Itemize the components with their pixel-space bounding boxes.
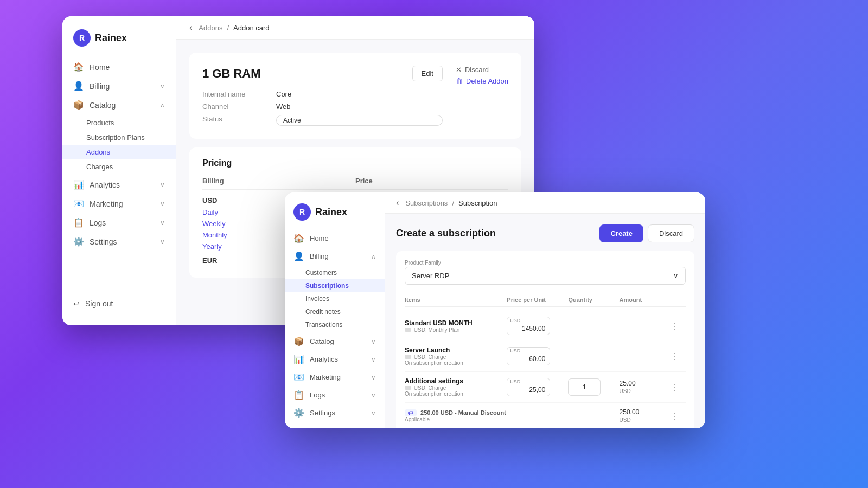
catalog-submenu-1: Products Subscription Plans Addons Charg… <box>62 114 176 175</box>
chevron-catalog-1: ∧ <box>160 101 165 109</box>
breadcrumb-sep-2: / <box>452 199 454 207</box>
status-badge: Active <box>276 115 443 126</box>
sidebar-item-addons-1[interactable]: Addons <box>62 145 176 159</box>
discard-link[interactable]: ✕ Discard <box>456 66 508 74</box>
sidebar-item-transactions-2[interactable]: Transactions <box>285 318 385 331</box>
sidebar-label-home-1: Home <box>90 63 110 72</box>
brand-name-1: Rainex <box>95 33 127 44</box>
pricing-table-header: Billing Price <box>202 177 508 190</box>
signout-button-1[interactable]: ↩ Sign out <box>73 299 165 308</box>
chevron-analytics-1: ∨ <box>160 181 165 189</box>
item-name-3: Additional settings <box>405 377 507 385</box>
addon-info-card: 1 GB RAM Edit Internal name Core Channel… <box>189 53 521 139</box>
brand-name-2: Rainex <box>315 207 347 218</box>
catalog-icon-1: 📦 <box>73 100 84 110</box>
back-button-2[interactable]: ‹ <box>396 198 399 208</box>
sidebar-label-catalog-1: Catalog <box>90 101 116 110</box>
th-actions <box>671 297 686 303</box>
sidebar-item-subscriptionplans-1[interactable]: Subscription Plans <box>62 130 176 145</box>
settings-icon-1: ⚙️ <box>73 236 84 247</box>
discount-tag: 🏷 <box>405 409 417 416</box>
x-icon: ✕ <box>456 66 462 74</box>
sidebar-item-settings-1[interactable]: ⚙️ Settings ∨ <box>62 232 176 251</box>
breadcrumb-current-2: Subscription <box>458 199 497 207</box>
price-wrap-1: USD <box>507 317 568 335</box>
sidebar-item-marketing-2[interactable]: 📧 Marketing ∨ <box>285 368 385 386</box>
product-family-label: Product Family <box>405 260 686 266</box>
sidebar-item-logs-2[interactable]: 📋 Logs ∨ <box>285 386 385 404</box>
signout-icon-1: ↩ <box>73 299 80 308</box>
pricing-title: Pricing <box>202 158 508 168</box>
qty-input-3[interactable] <box>568 378 601 396</box>
sidebar-item-logs-1[interactable]: 📋 Logs ∨ <box>62 213 176 232</box>
create-button[interactable]: Create <box>599 224 643 242</box>
billing-col-header: Billing <box>202 177 355 185</box>
item-name-2: Server Launch <box>405 346 507 354</box>
product-family-select[interactable]: Server RDP ∨ <box>405 267 686 285</box>
content-2: Create a subscription Create Discard Pro… <box>385 214 705 428</box>
sidebar-item-home-1[interactable]: 🏠 Home <box>62 57 176 76</box>
billing-icon-2: 👤 <box>293 251 304 261</box>
sidebar-item-products-1[interactable]: Products <box>62 115 176 130</box>
chevron-logs-1: ∨ <box>160 219 165 227</box>
sidebar-item-analytics-2[interactable]: 📊 Analytics ∨ <box>285 350 385 368</box>
sidebar-label-catalog-2: Catalog <box>310 337 334 345</box>
sidebar-label-settings-1: Settings <box>90 237 117 246</box>
sidebar-item-catalog-2[interactable]: 📦 Catalog ∨ <box>285 332 385 350</box>
row-menu-2[interactable]: ⋮ <box>671 351 686 362</box>
chevron-analytics-2: ∨ <box>371 356 376 363</box>
item-sub-4: Applicable <box>405 416 507 422</box>
sidebar-item-subscriptions-2[interactable]: Subscriptions <box>285 279 385 292</box>
sidebar-item-billing-2[interactable]: 👤 Billing ∧ <box>285 247 385 265</box>
sidebar-item-charges-1[interactable]: Charges <box>62 159 176 174</box>
item-info-1: Standart USD MONTH USD, Monthly Plan <box>405 319 507 333</box>
action-links: ✕ Discard 🗑 Delete Addon <box>456 66 508 126</box>
sidebar-item-invoices-2[interactable]: Invoices <box>285 292 385 305</box>
qty-cell-3[interactable] <box>568 378 619 396</box>
sidebar-label-billing-2: Billing <box>310 252 329 260</box>
item-name-1: Standart USD MONTH <box>405 319 507 327</box>
sidebar-item-billing-1[interactable]: 👤 Billing ∨ <box>62 76 176 95</box>
usd-label-1: USD <box>510 318 520 323</box>
chevron-billing-2: ∧ <box>371 253 376 260</box>
addon-details: Internal name Core Channel Web Status Ac… <box>202 90 443 126</box>
sidebar-1: R Rainex 🏠 Home 👤 Billing ∨ 📦 Catalog ∧ … <box>62 16 176 325</box>
discard-button[interactable]: Discard <box>648 224 694 242</box>
table-row: Standart USD MONTH USD, Monthly Plan USD <box>405 311 686 341</box>
sidebar-2: R Rainex 🏠 Home 👤 Billing ∧ Customers Su… <box>285 192 385 428</box>
breadcrumb-sep-1: / <box>227 24 229 32</box>
chevron-marketing-2: ∨ <box>371 374 376 381</box>
row-menu-4[interactable]: ⋮ <box>671 411 686 421</box>
breadcrumb-current-1: Addon card <box>233 24 270 32</box>
home-icon-1: 🏠 <box>73 62 84 72</box>
breadcrumb-addons-1: Addons <box>199 24 222 32</box>
delete-link[interactable]: 🗑 Delete Addon <box>456 77 508 85</box>
sidebar-item-catalog-1[interactable]: 📦 Catalog ∧ <box>62 95 176 114</box>
signout-label-1: Sign out <box>85 299 113 308</box>
window-create-subscription: R Rainex 🏠 Home 👤 Billing ∧ Customers Su… <box>285 192 705 428</box>
sidebar-item-customers-2[interactable]: Customers <box>285 266 385 279</box>
chevron-settings-1: ∨ <box>160 238 165 246</box>
marketing-icon-2: 📧 <box>293 372 304 382</box>
table-row: 🏷 250.00 USD - Manual Discount Applicabl… <box>405 403 686 428</box>
th-price: Price per Unit <box>507 297 568 303</box>
sidebar-item-home-2[interactable]: 🏠 Home <box>285 229 385 247</box>
row-menu-1[interactable]: ⋮ <box>671 321 686 331</box>
sidebar-item-settings-2[interactable]: ⚙️ Settings ∨ <box>285 404 385 422</box>
analytics-icon-1: 📊 <box>73 179 84 190</box>
main-content-2: ‹ Subscriptions / Subscription Create a … <box>385 192 705 428</box>
sidebar-item-creditnotes-2[interactable]: Credit notes <box>285 305 385 318</box>
back-button-1[interactable]: ‹ <box>189 23 192 33</box>
edit-button[interactable]: Edit <box>412 66 443 81</box>
item-icon-3 <box>405 386 411 390</box>
row-menu-3[interactable]: ⋮ <box>671 382 686 393</box>
sidebar-label-marketing-2: Marketing <box>310 373 341 381</box>
topbar-1: ‹ Addons / Addon card <box>176 16 534 40</box>
sidebar-item-analytics-1[interactable]: 📊 Analytics ∨ <box>62 175 176 194</box>
item-icon-2 <box>405 355 411 359</box>
item-info-3: Additional settings USD, ChargeOn subscr… <box>405 377 507 397</box>
items-table: Items Price per Unit Quantity Amount Sta… <box>405 293 686 428</box>
channel-value: Web <box>276 102 443 111</box>
sidebar-item-marketing-1[interactable]: 📧 Marketing ∨ <box>62 194 176 213</box>
product-family-value: Server RDP <box>412 272 449 280</box>
